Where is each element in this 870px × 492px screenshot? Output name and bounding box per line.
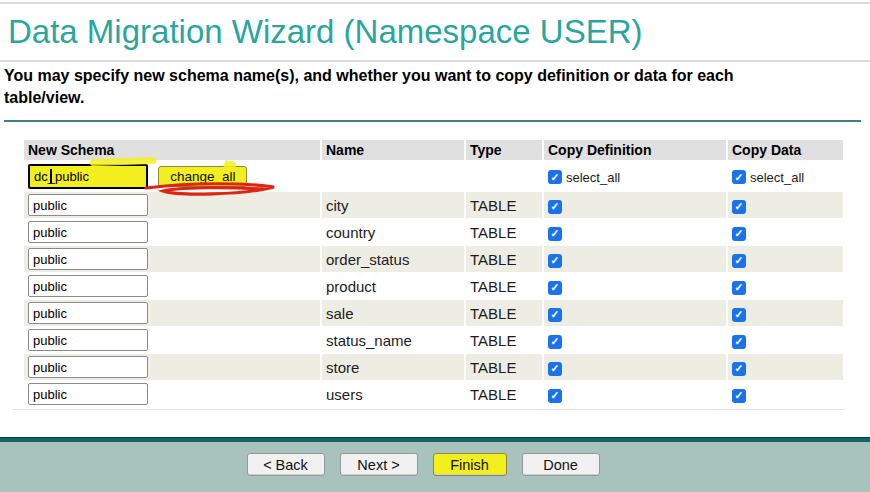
- copy-data-checkbox[interactable]: ✓: [732, 281, 746, 295]
- table-row: country TABLE ✓ ✓: [24, 219, 843, 245]
- table-row: status_name TABLE ✓ ✓: [24, 327, 843, 353]
- copy-data-checkbox[interactable]: ✓: [732, 362, 746, 376]
- new-schema-input[interactable]: [28, 248, 148, 270]
- copy-data-checkbox[interactable]: ✓: [732, 227, 746, 241]
- table-row: store TABLE ✓ ✓: [24, 354, 843, 380]
- new-schema-all-input[interactable]: [28, 164, 148, 189]
- new-schema-input[interactable]: [28, 275, 148, 297]
- table-name: country: [322, 219, 464, 245]
- migration-table: New Schema Name Type Copy Definition Cop…: [22, 139, 845, 408]
- page-title: Data Migration Wizard (Namespace USER): [8, 13, 643, 51]
- table-row: users TABLE ✓ ✓: [24, 381, 843, 407]
- table-type: TABLE: [466, 354, 542, 380]
- copy-data-checkbox[interactable]: ✓: [732, 389, 746, 403]
- copy-definition-checkbox[interactable]: ✓: [548, 227, 562, 241]
- copy-definition-checkbox[interactable]: ✓: [548, 254, 562, 268]
- table-name: status_name: [322, 327, 464, 353]
- new-schema-input[interactable]: [28, 383, 148, 405]
- column-header-copy-data: Copy Data: [728, 140, 843, 160]
- copy-definition-checkbox[interactable]: ✓: [548, 389, 562, 403]
- table-body: change_all ✓select_all ✓select_all city …: [24, 161, 843, 407]
- wizard-button-row: < Back Next > Finish Done: [0, 453, 858, 476]
- finish-button[interactable]: Finish: [433, 453, 507, 476]
- table-name: product: [322, 273, 464, 299]
- text-caret: [50, 169, 52, 183]
- column-header-name: Name: [322, 140, 464, 160]
- select-all-data-checkbox[interactable]: ✓: [732, 170, 746, 184]
- table-name: order_status: [322, 246, 464, 272]
- new-schema-input[interactable]: [28, 329, 148, 351]
- copy-data-checkbox[interactable]: ✓: [732, 200, 746, 214]
- table-type: TABLE: [466, 327, 542, 353]
- table-type: TABLE: [466, 192, 542, 218]
- table-type: TABLE: [466, 246, 542, 272]
- table-row: sale TABLE ✓ ✓: [24, 300, 843, 326]
- subtitle-text: You may specify new schema name(s), and …: [4, 65, 804, 109]
- table-type: TABLE: [466, 273, 542, 299]
- done-button[interactable]: Done: [522, 453, 600, 476]
- copy-definition-checkbox[interactable]: ✓: [548, 281, 562, 295]
- copy-definition-checkbox[interactable]: ✓: [548, 362, 562, 376]
- select-all-definition-label: select_all: [566, 170, 620, 185]
- table-name: store: [322, 354, 464, 380]
- table-name: city: [322, 192, 464, 218]
- next-button[interactable]: Next >: [340, 453, 418, 476]
- table-row: product TABLE ✓ ✓: [24, 273, 843, 299]
- table-type: TABLE: [466, 300, 542, 326]
- column-header-copy-definition: Copy Definition: [544, 140, 726, 160]
- table-row: city TABLE ✓ ✓: [24, 192, 843, 218]
- table-name: sale: [322, 300, 464, 326]
- table-type: TABLE: [466, 381, 542, 407]
- select-all-row: change_all ✓select_all ✓select_all: [24, 161, 843, 191]
- select-all-definition-checkbox[interactable]: ✓: [548, 170, 562, 184]
- column-header-new-schema: New Schema: [24, 140, 320, 160]
- table-bottom-border: [12, 409, 845, 410]
- new-schema-input[interactable]: [28, 302, 148, 324]
- wizard-page: Data Migration Wizard (Namespace USER) Y…: [0, 0, 870, 492]
- table-type: TABLE: [466, 219, 542, 245]
- new-schema-input[interactable]: [28, 356, 148, 378]
- copy-definition-checkbox[interactable]: ✓: [548, 308, 562, 322]
- wizard-footer: < Back Next > Finish Done: [0, 442, 870, 492]
- table-name: users: [322, 381, 464, 407]
- title-divider: [0, 60, 870, 62]
- table-row: order_status TABLE ✓ ✓: [24, 246, 843, 272]
- back-button[interactable]: < Back: [247, 453, 325, 476]
- copy-data-checkbox[interactable]: ✓: [732, 254, 746, 268]
- select-all-data-label: select_all: [750, 170, 804, 185]
- copy-definition-checkbox[interactable]: ✓: [548, 200, 562, 214]
- top-divider: [0, 2, 870, 4]
- copy-definition-checkbox[interactable]: ✓: [548, 335, 562, 349]
- new-schema-input[interactable]: [28, 221, 148, 243]
- copy-data-checkbox[interactable]: ✓: [732, 335, 746, 349]
- column-header-type: Type: [466, 140, 542, 160]
- section-rule: [4, 120, 861, 122]
- copy-data-checkbox[interactable]: ✓: [732, 308, 746, 322]
- migration-table-wrap: New Schema Name Type Copy Definition Cop…: [22, 139, 845, 408]
- new-schema-input[interactable]: [28, 194, 148, 216]
